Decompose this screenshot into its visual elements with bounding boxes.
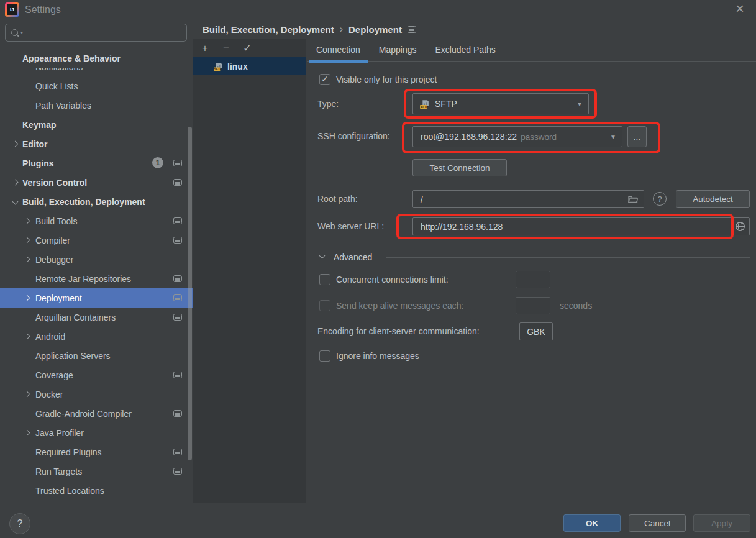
add-server-button[interactable]: +	[200, 43, 210, 53]
svg-text:SFTP: SFTP	[214, 68, 222, 71]
type-value: SFTP	[435, 99, 457, 109]
remove-server-button[interactable]: −	[221, 43, 231, 53]
cancel-button[interactable]: Cancel	[629, 514, 686, 532]
visible-only-label: Visible only for this project	[336, 75, 437, 84]
sidebar-item-coverage[interactable]: Coverage	[0, 365, 193, 385]
server-list: SFTPlinux	[193, 57, 306, 75]
sidebar-item-compiler[interactable]: Compiler	[0, 230, 193, 250]
sidebar-item-plugins[interactable]: Plugins1	[0, 153, 193, 173]
sidebar-item-label: Application Servers	[35, 351, 111, 361]
sidebar-item-gradle-android-compiler[interactable]: Gradle-Android Compiler	[0, 404, 193, 423]
sidebar-item-label: Quick Lists	[35, 81, 78, 91]
chevron-right-icon[interactable]	[24, 237, 30, 244]
search-input[interactable]: ▾	[5, 24, 187, 42]
sidebar-item-keymap[interactable]: Keymap	[0, 115, 193, 134]
folder-icon[interactable]	[628, 195, 638, 203]
sidebar-item-application-servers[interactable]: Application Servers	[0, 346, 193, 365]
screen-icon	[173, 294, 182, 301]
sidebar-item-build-execution-deployment[interactable]: Build, Execution, Deployment	[0, 192, 193, 211]
set-default-server-button[interactable]: ✓	[242, 43, 252, 53]
sidebar-scrollbar[interactable]	[188, 127, 192, 460]
chevron-right-icon[interactable]	[24, 334, 30, 340]
screen-icon	[173, 179, 182, 186]
breadcrumb-parent[interactable]: Build, Execution, Deployment	[203, 24, 334, 35]
keep-alive-input[interactable]	[516, 297, 550, 314]
root-path-value: /	[421, 194, 423, 204]
settings-dialog: IJ Settings × ▾ Appearance & BehaviorNot…	[0, 0, 756, 538]
sidebar-item-label: Docker	[35, 390, 63, 399]
sidebar-item-label: Coverage	[35, 370, 73, 380]
sidebar-item-label: Build Tools	[35, 216, 77, 226]
tab-excluded-paths[interactable]: Excluded Paths	[426, 39, 505, 62]
test-connection-button[interactable]: Test Connection	[412, 159, 507, 176]
sidebar-item-label: Editor	[22, 139, 47, 149]
screen-icon	[173, 237, 182, 244]
web-server-url-input[interactable]: http://192.168.96.128	[412, 217, 750, 235]
footer-bar: ? OK Cancel Apply	[0, 504, 756, 538]
sidebar-item-label: Android	[35, 332, 65, 342]
breadcrumb-current: Deployment	[348, 24, 402, 35]
breadcrumb-separator: ›	[340, 24, 343, 35]
sidebar-item-debugger[interactable]: Debugger	[0, 250, 193, 269]
sftp-icon: SFTP	[419, 99, 430, 109]
help-button[interactable]: ?	[9, 513, 30, 534]
server-item-linux[interactable]: SFTPlinux	[193, 57, 306, 75]
chevron-right-icon[interactable]	[24, 218, 30, 224]
sidebar-item-run-targets[interactable]: Run Targets	[0, 462, 193, 481]
encoding-value: GBK	[527, 327, 545, 337]
sidebar-item-build-tools[interactable]: Build Tools	[0, 211, 193, 230]
sidebar-item-required-plugins[interactable]: Required Plugins	[0, 442, 193, 462]
sidebar-item-remote-jar-repositories[interactable]: Remote Jar Repositories	[0, 269, 193, 288]
advanced-collapse-icon[interactable]	[319, 253, 326, 259]
sidebar-item-label: Trusted Locations	[35, 486, 104, 496]
chevron-right-icon[interactable]	[24, 430, 30, 436]
chevron-right-icon[interactable]	[12, 141, 19, 147]
sidebar-item-appearance-behavior[interactable]: Appearance & Behavior	[0, 48, 193, 68]
autodetect-button[interactable]: Autodetect	[676, 190, 750, 208]
sidebar-item-deployment[interactable]: Deployment	[0, 288, 193, 308]
globe-icon[interactable]	[735, 221, 745, 232]
root-path-input[interactable]: /	[412, 190, 644, 208]
ignore-info-checkbox[interactable]	[319, 350, 330, 362]
sidebar-item-label: Appearance & Behavior	[22, 53, 121, 63]
title-bar: IJ Settings ×	[0, 0, 756, 20]
server-list-panel: + − ✓ SFTPlinux	[193, 39, 306, 503]
sidebar-item-quick-lists[interactable]: Quick Lists	[0, 76, 193, 96]
root-path-help-icon[interactable]: ?	[653, 192, 667, 206]
advanced-label[interactable]: Advanced	[334, 252, 372, 262]
advanced-divider	[386, 257, 750, 258]
sidebar-item-android[interactable]: Android	[0, 327, 193, 346]
sidebar-item-docker[interactable]: Docker	[0, 385, 193, 404]
sidebar-item-arquillian-containers[interactable]: Arquillian Containers	[0, 308, 193, 327]
keep-alive-checkbox[interactable]	[319, 300, 330, 311]
sidebar-item-trusted-locations[interactable]: Trusted Locations	[0, 481, 193, 500]
keep-alive-suffix: seconds	[560, 301, 592, 311]
visible-only-checkbox[interactable]	[319, 74, 330, 85]
screen-icon	[173, 410, 182, 417]
chevron-down-icon[interactable]	[12, 199, 19, 205]
root-path-label: Root path:	[317, 194, 358, 204]
chevron-right-icon[interactable]	[24, 391, 30, 398]
ssh-config-select[interactable]: root@192.168.96.128:22 password ▼	[412, 126, 622, 147]
encoding-select[interactable]: GBK	[519, 322, 553, 340]
concurrent-limit-checkbox[interactable]	[319, 274, 330, 285]
apply-button[interactable]: Apply	[693, 514, 750, 532]
sidebar-item-version-control[interactable]: Version Control	[0, 173, 193, 192]
ssh-browse-button[interactable]: ...	[627, 126, 647, 147]
search-history-chevron-icon: ▾	[20, 30, 23, 35]
chevron-right-icon[interactable]	[24, 295, 30, 301]
chevron-right-icon[interactable]	[24, 257, 30, 263]
sidebar-item-java-profiler[interactable]: Java Profiler	[0, 423, 193, 442]
sidebar-item-editor[interactable]: Editor	[0, 134, 193, 153]
intellij-logo-icon: IJ	[5, 2, 19, 17]
sftp-icon: SFTP	[213, 62, 223, 71]
ok-button[interactable]: OK	[563, 514, 621, 532]
chevron-right-icon[interactable]	[12, 180, 19, 186]
close-icon[interactable]: ×	[731, 0, 749, 17]
concurrent-limit-input[interactable]	[516, 271, 550, 288]
encoding-label: Encoding for client-server communication…	[317, 326, 480, 336]
sidebar-item-path-variables[interactable]: Path Variables	[0, 96, 193, 115]
tab-mappings[interactable]: Mappings	[370, 39, 426, 62]
tab-connection[interactable]: Connection	[307, 39, 370, 62]
type-select[interactable]: SFTP SFTP ▼	[412, 93, 589, 114]
